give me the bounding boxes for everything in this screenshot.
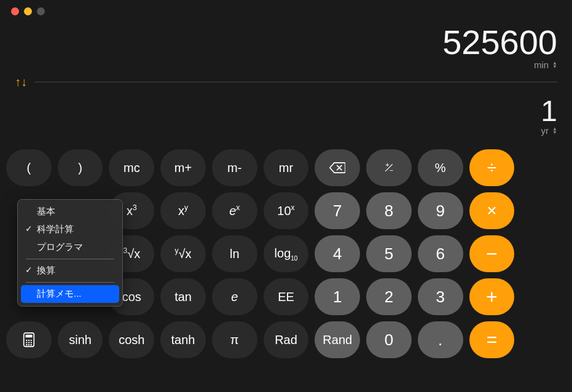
svg-point-5	[28, 340, 29, 341]
svg-point-9	[30, 342, 31, 343]
key-zero[interactable]: 0	[366, 321, 412, 358]
key-pi[interactable]: π	[212, 321, 257, 358]
display-primary-value: 525600	[442, 22, 557, 62]
key-minus[interactable]: −	[469, 235, 515, 272]
key-five[interactable]: 5	[366, 235, 412, 272]
secondary-unit-selector[interactable]: yr ▲▼	[15, 125, 557, 136]
menu-item-label: プログラマ	[37, 241, 83, 252]
key-one[interactable]: 1	[315, 278, 360, 315]
key-tanh[interactable]: tanh	[160, 321, 206, 358]
svg-point-10	[26, 344, 27, 345]
svg-text:+: +	[385, 162, 389, 168]
menu-item-basic[interactable]: 基本	[21, 203, 119, 221]
key-backspace[interactable]	[315, 149, 360, 186]
key-equals[interactable]: =	[469, 321, 515, 358]
mode-menu-popup: 基本 ✓ 科学計算 プログラマ ✓ 換算 計算メモ...	[17, 199, 123, 307]
key-eight[interactable]: 8	[366, 192, 412, 229]
backspace-icon	[329, 162, 345, 174]
menu-item-programmer[interactable]: プログラマ	[21, 238, 119, 256]
key-rand[interactable]: Rand	[315, 321, 360, 358]
key-ten-power-x[interactable]: 10x	[264, 192, 309, 229]
calculator-icon	[23, 332, 35, 347]
key-divide[interactable]: ÷	[469, 149, 515, 186]
key-nine[interactable]: 9	[418, 192, 463, 229]
key-mr[interactable]: mr	[264, 149, 309, 186]
menu-separator	[26, 259, 114, 259]
check-icon: ✓	[25, 265, 33, 275]
titlebar	[0, 0, 572, 22]
menu-item-label: 換算	[37, 265, 55, 275]
svg-point-12	[30, 344, 31, 345]
key-two[interactable]: 2	[366, 278, 412, 315]
chevron-up-down-icon: ▲▼	[552, 127, 557, 135]
plus-minus-icon: + −	[383, 162, 395, 174]
menu-item-label: 計算メモ...	[37, 288, 82, 299]
key-ee[interactable]: EE	[264, 278, 309, 315]
menu-item-label: 基本	[37, 206, 55, 216]
check-icon: ✓	[25, 224, 33, 233]
svg-point-8	[28, 342, 29, 343]
key-plus-minus[interactable]: + −	[366, 149, 412, 186]
key-cosh[interactable]: cosh	[109, 321, 154, 358]
menu-item-label: 科学計算	[37, 224, 74, 234]
key-six[interactable]: 6	[418, 235, 463, 272]
key-tan[interactable]: tan	[160, 278, 206, 315]
key-right-paren[interactable]: )	[58, 149, 103, 186]
key-multiply[interactable]: ×	[469, 192, 515, 229]
key-e-power-x[interactable]: ex	[212, 192, 257, 229]
key-seven[interactable]: 7	[315, 192, 360, 229]
display-secondary-value: 1	[541, 94, 557, 128]
window-zoom-button	[37, 7, 45, 15]
key-mc[interactable]: mc	[109, 149, 154, 186]
key-x-power-y[interactable]: xy	[160, 192, 206, 229]
secondary-unit-label: yr	[541, 125, 549, 136]
key-m-minus[interactable]: m-	[212, 149, 257, 186]
key-y-root[interactable]: y√x	[160, 235, 206, 272]
key-ln[interactable]: ln	[212, 235, 257, 272]
key-percent[interactable]: %	[418, 149, 463, 186]
key-left-paren[interactable]: (	[6, 149, 52, 186]
primary-unit-label: min	[534, 60, 549, 70]
key-m-plus[interactable]: m+	[160, 149, 206, 186]
window-close-button[interactable]	[11, 7, 19, 15]
key-log10[interactable]: log10	[264, 235, 309, 272]
display-area: 525600 min ▲▼ ↑↓ 1 yr ▲▼	[0, 22, 572, 143]
key-plus[interactable]: +	[469, 278, 515, 315]
key-rad[interactable]: Rad	[264, 321, 309, 358]
menu-item-scientific[interactable]: ✓ 科学計算	[21, 221, 119, 238]
svg-point-7	[26, 342, 27, 343]
key-e[interactable]: e	[212, 278, 257, 315]
display-divider	[34, 82, 557, 82]
key-sinh[interactable]: sinh	[58, 321, 103, 358]
menu-item-convert[interactable]: ✓ 換算	[21, 262, 119, 280]
key-decimal[interactable]: .	[418, 321, 463, 358]
key-mode-menu[interactable]	[6, 321, 52, 358]
swap-units-icon[interactable]: ↑↓	[15, 75, 27, 89]
svg-point-6	[30, 340, 31, 341]
key-four[interactable]: 4	[315, 235, 360, 272]
svg-rect-3	[25, 335, 32, 338]
chevron-up-down-icon: ▲▼	[552, 61, 557, 69]
svg-point-4	[26, 340, 27, 341]
menu-separator	[26, 282, 114, 283]
svg-text:−: −	[390, 167, 393, 174]
window-minimize-button[interactable]	[24, 7, 32, 15]
key-three[interactable]: 3	[418, 278, 463, 315]
svg-point-11	[28, 344, 29, 345]
menu-item-math-notes[interactable]: 計算メモ...	[21, 285, 119, 303]
